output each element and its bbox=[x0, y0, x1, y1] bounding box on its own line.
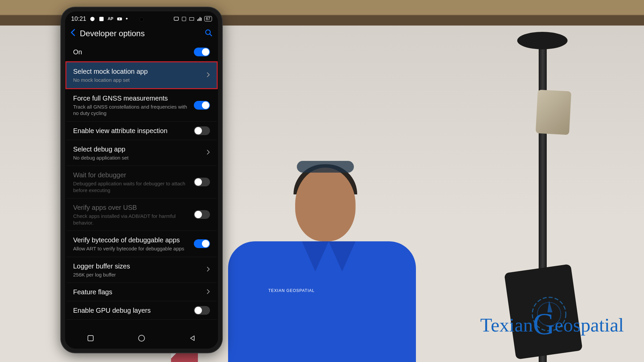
gnss-antenna bbox=[517, 32, 568, 49]
toggle-switch[interactable] bbox=[194, 306, 210, 315]
chevron-right-icon bbox=[207, 288, 210, 296]
setting-text: Select debug appNo debug application set bbox=[73, 145, 203, 161]
toggle-switch[interactable] bbox=[194, 48, 210, 56]
phone-mockup: 10:21 AP • 67 bbox=[61, 7, 222, 353]
chevron-right-icon bbox=[207, 266, 210, 274]
setting-text: Feature flags bbox=[73, 288, 203, 296]
logo-big-g: G bbox=[533, 307, 555, 341]
setting-subtitle: Debugged application waits for debugger … bbox=[73, 180, 190, 193]
setting-title: Feature flags bbox=[73, 288, 203, 296]
volte-icon bbox=[189, 16, 195, 22]
setting-text: On bbox=[73, 48, 190, 56]
phone-screen: 10:21 AP • 67 bbox=[65, 11, 218, 349]
setting-text: Enable view attribute inspection bbox=[73, 126, 190, 135]
setting-title: Enable view attribute inspection bbox=[73, 126, 190, 135]
settings-list[interactable]: OnSelect mock location appNo mock locati… bbox=[65, 43, 218, 333]
setting-item-enable-gpu-debug-layers[interactable]: Enable GPU debug layers bbox=[66, 301, 217, 320]
setting-item-logger-buffer-sizes[interactable]: Logger buffer sizes256K per log buffer bbox=[66, 257, 217, 283]
setting-text: Verify apps over USBCheck apps installed… bbox=[73, 203, 190, 226]
setting-subtitle: No debug application set bbox=[73, 155, 203, 161]
setting-item-feature-flags[interactable]: Feature flags bbox=[66, 283, 217, 301]
setting-item-on[interactable]: On bbox=[66, 43, 217, 61]
setting-text: Verify bytecode of debuggable appsAllow … bbox=[73, 236, 190, 252]
ap-icon: AP bbox=[108, 16, 113, 21]
setting-title: Verify bytecode of debuggable apps bbox=[73, 236, 190, 244]
setting-item-wait-for-debugger: Wait for debuggerDebugged application wa… bbox=[66, 166, 217, 198]
chevron-left-icon bbox=[70, 29, 75, 36]
setting-text: Force full GNSS measurementsTrack all GN… bbox=[73, 94, 190, 117]
settings-header: Developer options bbox=[65, 25, 218, 43]
signal-icon bbox=[197, 16, 202, 22]
nav-home-button[interactable] bbox=[138, 335, 145, 344]
search-icon bbox=[205, 29, 213, 37]
toggle-switch[interactable] bbox=[194, 101, 210, 110]
setting-title: On bbox=[73, 48, 190, 56]
setting-title: Logger buffer sizes bbox=[73, 262, 203, 270]
svg-rect-12 bbox=[88, 336, 93, 341]
svg-point-3 bbox=[90, 17, 95, 21]
cast-icon bbox=[173, 16, 179, 22]
svg-point-13 bbox=[139, 335, 145, 341]
gnss-receiver bbox=[536, 89, 572, 135]
youtube-icon bbox=[117, 16, 122, 22]
chevron-right-icon bbox=[207, 71, 210, 79]
setting-title: Verify apps over USB bbox=[73, 203, 190, 212]
toggle-switch bbox=[194, 210, 210, 219]
nav-back-button[interactable] bbox=[189, 335, 196, 344]
setting-title: Force full GNSS measurements bbox=[73, 94, 190, 103]
setting-subtitle: Check apps installed via ADB/ADT for har… bbox=[73, 213, 190, 226]
setting-title: Enable GPU debug layers bbox=[73, 306, 190, 315]
svg-rect-9 bbox=[190, 17, 194, 20]
search-button[interactable] bbox=[205, 29, 213, 38]
battery-icon: 67 bbox=[204, 16, 212, 21]
setting-title: Select debug app bbox=[73, 145, 203, 154]
circle-icon bbox=[138, 335, 145, 342]
triangle-left-icon bbox=[189, 335, 196, 342]
more-notifications-icon: • bbox=[126, 15, 128, 22]
brand-logo: Texian G eospatial bbox=[480, 304, 624, 339]
toggle-switch bbox=[194, 178, 210, 186]
page-title: Developer options bbox=[80, 29, 200, 38]
setting-subtitle: Allow ART to verify bytecode for debugga… bbox=[73, 245, 190, 252]
camera-notch-icon bbox=[140, 17, 144, 21]
svg-rect-7 bbox=[174, 17, 178, 20]
setting-text: Wait for debuggerDebugged application wa… bbox=[73, 171, 190, 193]
nfc-icon bbox=[181, 16, 187, 22]
shirt-logo-text: TEXIAN GEOSPATIAL bbox=[268, 288, 315, 293]
nav-recents-button[interactable] bbox=[87, 335, 94, 344]
toggle-switch[interactable] bbox=[194, 126, 210, 135]
setting-text: Logger buffer sizes256K per log buffer bbox=[73, 262, 203, 278]
setting-text: Select mock location appNo mock location… bbox=[73, 67, 203, 83]
back-button[interactable] bbox=[70, 29, 75, 38]
setting-item-verify-bytecode-of-debuggable-apps[interactable]: Verify bytecode of debuggable appsAllow … bbox=[66, 231, 217, 257]
video-background: TEXIAN GEOSPATIAL Texian G eospatial 10:… bbox=[0, 0, 644, 362]
presenter-person: TEXIAN GEOSPATIAL bbox=[228, 161, 416, 362]
logo-text-texian: Texian bbox=[480, 314, 533, 336]
setting-item-force-full-gnss-measurements[interactable]: Force full GNSS measurementsTrack all GN… bbox=[66, 89, 217, 122]
square-icon bbox=[87, 335, 94, 342]
setting-item-select-mock-location-app[interactable]: Select mock location appNo mock location… bbox=[65, 61, 218, 89]
setting-subtitle: Track all GNSS constellations and freque… bbox=[73, 104, 190, 117]
facebook-icon bbox=[99, 16, 104, 22]
svg-rect-4 bbox=[99, 17, 104, 21]
svg-rect-8 bbox=[182, 17, 185, 20]
svg-line-11 bbox=[210, 34, 212, 36]
setting-title: Wait for debugger bbox=[73, 171, 190, 179]
navigation-bar bbox=[65, 330, 218, 349]
setting-subtitle: 256K per log buffer bbox=[73, 272, 203, 278]
setting-item-enable-view-attribute-inspection[interactable]: Enable view attribute inspection bbox=[66, 122, 217, 140]
setting-text: Enable GPU debug layers bbox=[73, 306, 190, 315]
setting-title: Select mock location app bbox=[73, 67, 203, 76]
status-time: 10:21 bbox=[71, 15, 86, 22]
setting-subtitle: No mock location app set bbox=[73, 77, 203, 83]
chevron-right-icon bbox=[207, 149, 210, 157]
setting-item-select-debug-app[interactable]: Select debug appNo debug application set bbox=[66, 140, 217, 166]
toggle-switch[interactable] bbox=[194, 239, 210, 248]
setting-item-verify-apps-over-usb: Verify apps over USBCheck apps installed… bbox=[66, 198, 217, 231]
app1-icon bbox=[90, 16, 95, 22]
